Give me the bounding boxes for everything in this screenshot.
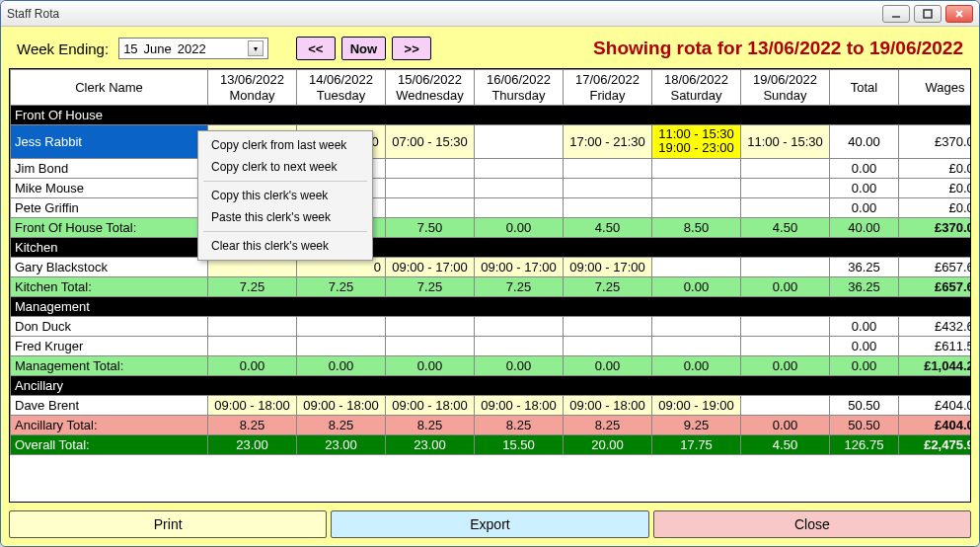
toolbar: Week Ending: 15 June 2022 ▾ << Now >> Sh…: [9, 35, 971, 68]
export-button[interactable]: Export: [331, 510, 648, 538]
rota-table-container: Clerk Name 13/06/2022Monday 14/06/2022Tu…: [9, 68, 971, 503]
clerk-name[interactable]: Jim Bond: [11, 158, 208, 178]
menu-separator: [203, 231, 367, 232]
subtotal-ancillary: Ancillary Total: 8.25 8.25 8.25 8.25 8.2…: [11, 415, 972, 434]
col-thursday[interactable]: 16/06/2022Thursday: [475, 70, 564, 106]
subtotal-front-of-house: Front Of House Total: 7.50 0.00 4.50 8.5…: [11, 217, 972, 237]
svg-rect-1: [924, 10, 932, 18]
app-window: Staff Rota Week Ending: 15 June 2022 ▾: [0, 0, 980, 547]
total-cell: 40.00: [830, 125, 899, 159]
minimize-icon: [891, 9, 901, 19]
col-sunday[interactable]: 19/06/2022Sunday: [741, 70, 830, 106]
calendar-dropdown-icon[interactable]: ▾: [248, 40, 264, 56]
maximize-icon: [923, 9, 933, 19]
menu-separator: [203, 181, 367, 182]
col-tuesday[interactable]: 14/06/2022Tuesday: [297, 70, 386, 106]
row-gary-blackstock[interactable]: Gary Blackstock 0 09:00 - 17:00 09:00 - …: [11, 257, 972, 276]
date-year: 2022: [178, 41, 206, 56]
ctx-clear-this-week[interactable]: Clear this clerk's week: [201, 235, 369, 257]
section-front-of-house: Front Of House: [11, 106, 972, 125]
row-jim-bond[interactable]: Jim Bond 0.00 £0.00: [11, 158, 972, 178]
shift-cell[interactable]: [475, 125, 564, 159]
col-friday[interactable]: 17/06/2022Friday: [564, 70, 652, 106]
col-saturday[interactable]: 18/06/2022Saturday: [652, 70, 741, 106]
subtotal-management: Management Total: 0.00 0.00 0.00 0.00 0.…: [11, 355, 972, 375]
shift-cell[interactable]: 11:00 - 15:30: [741, 125, 830, 159]
row-pete-griffin[interactable]: Pete Griffin 0.00 £0.00: [11, 197, 972, 217]
row-jess-rabbit[interactable]: Jess Rabbit 07:00 - 15:30 15:00 - 23:30 …: [11, 125, 972, 159]
bottom-buttons: Print Export Close: [9, 503, 971, 538]
wages-cell: £370.00: [899, 125, 972, 159]
ctx-copy-to-next-week[interactable]: Copy clerk to next week: [201, 156, 369, 178]
section-ancillary: Ancillary: [11, 375, 972, 395]
maximize-button[interactable]: [914, 5, 942, 23]
shift-cell[interactable]: 07:00 - 15:30: [386, 125, 475, 159]
client-area: Week Ending: 15 June 2022 ▾ << Now >> Sh…: [1, 27, 979, 546]
titlebar: Staff Rota: [1, 1, 979, 27]
section-management: Management: [11, 296, 972, 316]
ctx-copy-from-last-week[interactable]: Copy clerk from last week: [201, 134, 369, 156]
window-title: Staff Rota: [7, 7, 882, 21]
minimize-button[interactable]: [882, 5, 910, 23]
now-button[interactable]: Now: [341, 37, 386, 60]
next-week-button[interactable]: >>: [392, 37, 431, 60]
rota-table: Clerk Name 13/06/2022Monday 14/06/2022Tu…: [10, 69, 971, 455]
col-monday[interactable]: 13/06/2022Monday: [208, 70, 297, 106]
clerk-name[interactable]: Jess Rabbit: [11, 125, 208, 159]
row-mike-mouse[interactable]: Mike Mouse 0.00 £0.00: [11, 178, 972, 197]
col-clerk-name[interactable]: Clerk Name: [11, 70, 208, 106]
prev-week-button[interactable]: <<: [296, 37, 336, 60]
ctx-paste-this-week[interactable]: Paste this clerk's week: [201, 206, 369, 228]
nav-buttons: << Now >>: [296, 37, 431, 60]
col-wages[interactable]: Wages: [899, 70, 972, 106]
date-day: 15: [123, 41, 137, 56]
context-menu: Copy clerk from last week Copy clerk to …: [197, 130, 373, 261]
ctx-copy-this-week[interactable]: Copy this clerk's week: [201, 185, 369, 206]
week-ending-label: Week Ending:: [17, 40, 109, 57]
shift-cell[interactable]: 17:00 - 21:30: [564, 125, 652, 159]
row-fred-kruger[interactable]: Fred Kruger 0.00 £611.54: [11, 336, 972, 355]
shift-cell-double[interactable]: 11:00 - 15:3019:00 - 23:00: [652, 125, 741, 159]
week-ending-date-picker[interactable]: 15 June 2022 ▾: [118, 38, 268, 59]
showing-range: Showing rota for 13/06/2022 to 19/06/202…: [593, 38, 963, 59]
table-header-row: Clerk Name 13/06/2022Monday 14/06/2022Tu…: [11, 70, 972, 106]
date-month: June: [144, 41, 172, 56]
window-controls: [882, 5, 973, 23]
col-wednesday[interactable]: 15/06/2022Wednesday: [386, 70, 475, 106]
close-window-button[interactable]: [945, 5, 973, 23]
col-total[interactable]: Total: [830, 70, 899, 106]
row-dave-brent[interactable]: Dave Brent 09:00 - 18:00 09:00 - 18:00 0…: [11, 395, 972, 415]
print-button[interactable]: Print: [9, 510, 327, 538]
close-button[interactable]: Close: [653, 510, 971, 538]
row-don-duck[interactable]: Don Duck 0.00 £432.69: [11, 316, 972, 336]
subtotal-kitchen: Kitchen Total: 7.25 7.25 7.25 7.25 7.25 …: [11, 276, 972, 296]
close-icon: [954, 9, 964, 19]
overall-total: Overall Total: 23.00 23.00 23.00 15.50 2…: [11, 434, 972, 454]
section-kitchen: Kitchen: [11, 237, 972, 257]
